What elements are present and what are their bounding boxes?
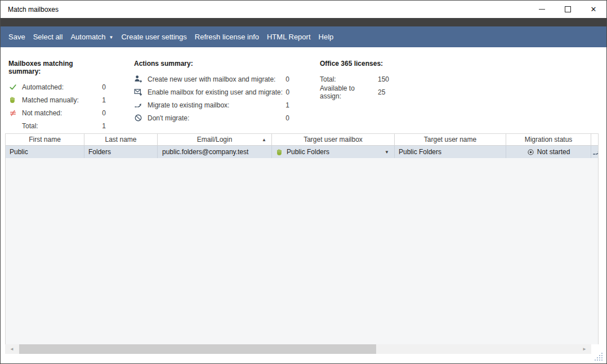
add-user-icon: [134, 75, 142, 83]
scrollbar-thumb[interactable]: [19, 344, 376, 354]
toolbar: Save Select all Automatch ▼ Create user …: [1, 26, 606, 47]
migrate-arrow-icon: [134, 101, 142, 109]
chevron-down-icon: ▼: [109, 35, 114, 40]
hand-icon: [8, 96, 17, 104]
minimize-icon: [539, 9, 545, 10]
cell-target-user-mailbox-dropdown[interactable]: Public Folders ▼: [272, 146, 395, 158]
summary-title: Office 365 licenses:: [320, 60, 399, 68]
column-header-partial: [591, 134, 598, 145]
column-header-target-user-name[interactable]: Target user name: [395, 134, 506, 145]
create-user-settings-button[interactable]: Create user settings: [117, 26, 190, 47]
title-separator-strip: [1, 18, 606, 26]
scroll-left-icon: ◄: [10, 347, 14, 352]
scroll-left-button[interactable]: ◄: [5, 344, 19, 354]
horizontal-scrollbar[interactable]: ◄ ►: [5, 344, 591, 354]
summary-row-migrate-existing: Migrate to existing mailbox: 1: [134, 98, 289, 111]
migrate-arrow-icon: [592, 148, 598, 156]
maximize-button[interactable]: [555, 1, 581, 18]
summary-row-automatched: Automatched: 0: [8, 80, 106, 93]
chevron-down-icon: ▼: [385, 150, 394, 155]
dont-migrate-icon: [134, 114, 142, 122]
not-started-icon: [527, 149, 534, 156]
refresh-license-info-button[interactable]: Refresh license info: [191, 26, 263, 47]
scroll-right-icon: ►: [582, 347, 587, 352]
office-365-licenses: Office 365 licenses: Total: 150 Availabl…: [320, 60, 399, 98]
sort-ascending-icon: ▲: [262, 137, 266, 142]
column-header-target-user-mailbox[interactable]: Target user mailbox: [272, 134, 395, 145]
help-button[interactable]: Help: [315, 26, 338, 47]
cell-target-user-name: Public Folders: [395, 146, 506, 158]
html-report-button[interactable]: HTML Report: [263, 26, 315, 47]
maximize-icon: [565, 6, 571, 12]
summary-row-enable-mailbox: Enable mailbox for existing user and mig…: [134, 86, 289, 98]
close-icon: ✕: [591, 6, 597, 13]
title-bar: Match mailboxes ✕: [1, 1, 606, 18]
close-button[interactable]: ✕: [581, 1, 606, 18]
match-mailboxes-window: Match mailboxes ✕ Save Select all Automa…: [0, 0, 607, 364]
column-header-last-name[interactable]: Last name: [84, 134, 158, 145]
select-all-button[interactable]: Select all: [29, 26, 67, 47]
cell-last-name: Folders: [84, 146, 158, 158]
summary-row-matched-manually: Matched manually: 1: [8, 93, 106, 106]
summary-title: Actions summary:: [134, 60, 289, 68]
blank-icon: [8, 122, 17, 130]
summary-title: Mailboxes matching summary:: [8, 60, 106, 75]
column-header-first-name[interactable]: First name: [6, 134, 84, 145]
check-icon: [8, 83, 17, 91]
save-button[interactable]: Save: [5, 26, 29, 47]
cell-migration-status: Not started: [506, 146, 591, 158]
table-header-row: First name Last name Email/Login ▲ Targe…: [6, 134, 598, 146]
hand-icon: [276, 149, 283, 156]
scroll-right-button[interactable]: ►: [578, 344, 591, 354]
mailboxes-matching-summary: Mailboxes matching summary: Automatched:…: [8, 60, 106, 132]
summary-row-licenses-available: Available to assign: 25: [320, 86, 399, 98]
not-equal-icon: [8, 109, 17, 117]
actions-summary: Actions summary: Create new user with ma…: [134, 60, 289, 124]
window-title: Match mailboxes: [1, 6, 59, 14]
cell-email-login: public.folders@company.test: [158, 146, 272, 158]
summary-row-total: Total: 1: [8, 119, 106, 132]
mailboxes-table: First name Last name Email/Login ▲ Targe…: [5, 133, 599, 344]
window-controls: ✕: [529, 1, 606, 18]
column-header-email-login[interactable]: Email/Login ▲: [158, 134, 272, 145]
column-header-migration-status[interactable]: Migration status: [506, 134, 591, 145]
resize-grip[interactable]: [594, 352, 604, 362]
cell-action-partial: [591, 146, 598, 158]
automatch-dropdown-button[interactable]: Automatch ▼: [66, 26, 117, 47]
summary-row-dont-migrate: Don't migrate: 0: [134, 111, 289, 124]
table-row[interactable]: Public Folders public.folders@company.te…: [6, 146, 598, 158]
enable-mailbox-icon: [134, 88, 142, 96]
summary-row-create-new-user: Create new user with mailbox and migrate…: [134, 73, 289, 86]
summary-row-not-matched: Not matched: 0: [8, 106, 106, 119]
cell-first-name: Public: [6, 146, 84, 158]
minimize-button[interactable]: [529, 1, 555, 18]
